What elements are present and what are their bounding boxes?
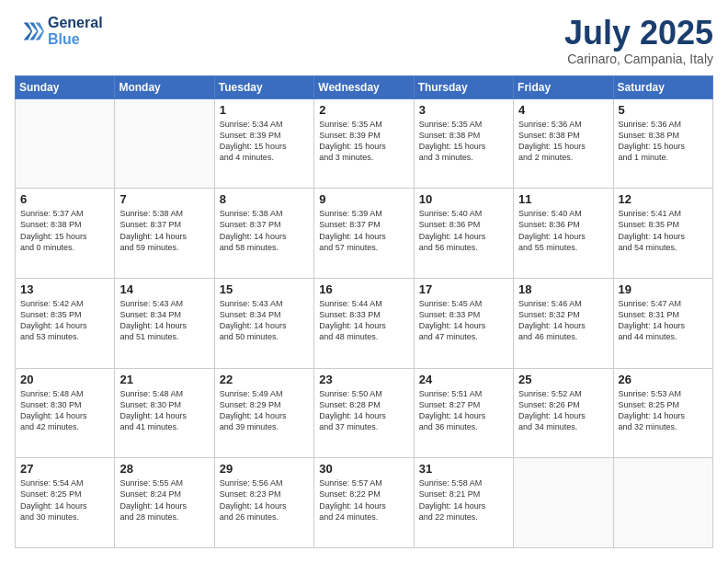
location: Carinaro, Campania, Italy bbox=[564, 52, 713, 66]
table-row: 11Sunrise: 5:40 AM Sunset: 8:36 PM Dayli… bbox=[514, 189, 613, 279]
day-info: Sunrise: 5:51 AM Sunset: 8:27 PM Dayligh… bbox=[419, 388, 508, 433]
day-number: 15 bbox=[220, 282, 309, 296]
col-thursday: Thursday bbox=[414, 75, 513, 98]
day-info: Sunrise: 5:50 AM Sunset: 8:28 PM Dayligh… bbox=[319, 388, 408, 433]
day-info: Sunrise: 5:38 AM Sunset: 8:37 PM Dayligh… bbox=[220, 208, 309, 253]
col-wednesday: Wednesday bbox=[314, 75, 414, 98]
logo-icon bbox=[15, 17, 44, 46]
table-row: 26Sunrise: 5:53 AM Sunset: 8:25 PM Dayli… bbox=[613, 368, 712, 458]
table-row: 6Sunrise: 5:37 AM Sunset: 8:38 PM Daylig… bbox=[16, 189, 115, 279]
day-number: 1 bbox=[220, 103, 309, 117]
calendar-week-row: 27Sunrise: 5:54 AM Sunset: 8:25 PM Dayli… bbox=[16, 458, 713, 548]
day-info: Sunrise: 5:43 AM Sunset: 8:34 PM Dayligh… bbox=[119, 298, 209, 343]
day-info: Sunrise: 5:49 AM Sunset: 8:29 PM Dayligh… bbox=[220, 388, 309, 433]
day-number: 13 bbox=[20, 282, 109, 296]
calendar-week-row: 13Sunrise: 5:42 AM Sunset: 8:35 PM Dayli… bbox=[16, 278, 713, 368]
table-row: 24Sunrise: 5:51 AM Sunset: 8:27 PM Dayli… bbox=[414, 368, 513, 458]
day-number: 12 bbox=[619, 192, 708, 206]
header: General Blue July 2025 Carinaro, Campani… bbox=[15, 15, 713, 66]
logo: General Blue bbox=[15, 15, 103, 48]
table-row: 22Sunrise: 5:49 AM Sunset: 8:29 PM Dayli… bbox=[214, 368, 313, 458]
day-info: Sunrise: 5:35 AM Sunset: 8:38 PM Dayligh… bbox=[419, 119, 508, 164]
day-number: 4 bbox=[518, 103, 608, 117]
day-number: 22 bbox=[220, 373, 309, 386]
day-number: 11 bbox=[518, 192, 608, 206]
table-row: 25Sunrise: 5:52 AM Sunset: 8:26 PM Dayli… bbox=[514, 368, 613, 458]
title-section: July 2025 Carinaro, Campania, Italy bbox=[564, 15, 713, 66]
day-info: Sunrise: 5:43 AM Sunset: 8:34 PM Dayligh… bbox=[220, 298, 309, 343]
day-number: 27 bbox=[20, 462, 109, 476]
day-info: Sunrise: 5:38 AM Sunset: 8:37 PM Dayligh… bbox=[119, 208, 209, 253]
table-row: 7Sunrise: 5:38 AM Sunset: 8:37 PM Daylig… bbox=[115, 189, 214, 279]
col-monday: Monday bbox=[115, 75, 214, 98]
table-row bbox=[16, 98, 115, 189]
calendar-week-row: 1Sunrise: 5:34 AM Sunset: 8:39 PM Daylig… bbox=[16, 98, 713, 189]
day-info: Sunrise: 5:55 AM Sunset: 8:24 PM Dayligh… bbox=[119, 477, 209, 523]
table-row: 15Sunrise: 5:43 AM Sunset: 8:34 PM Dayli… bbox=[214, 278, 313, 368]
table-row: 23Sunrise: 5:50 AM Sunset: 8:28 PM Dayli… bbox=[314, 368, 414, 458]
table-row: 19Sunrise: 5:47 AM Sunset: 8:31 PM Dayli… bbox=[613, 278, 712, 368]
day-number: 10 bbox=[419, 192, 508, 206]
day-info: Sunrise: 5:39 AM Sunset: 8:37 PM Dayligh… bbox=[319, 208, 408, 253]
svg-marker-1 bbox=[29, 22, 39, 40]
day-info: Sunrise: 5:41 AM Sunset: 8:35 PM Dayligh… bbox=[619, 208, 708, 253]
day-number: 14 bbox=[119, 282, 209, 296]
table-row: 16Sunrise: 5:44 AM Sunset: 8:33 PM Dayli… bbox=[314, 278, 414, 368]
col-sunday: Sunday bbox=[16, 75, 115, 98]
table-row: 8Sunrise: 5:38 AM Sunset: 8:37 PM Daylig… bbox=[214, 189, 313, 279]
table-row: 9Sunrise: 5:39 AM Sunset: 8:37 PM Daylig… bbox=[314, 189, 414, 279]
day-info: Sunrise: 5:34 AM Sunset: 8:39 PM Dayligh… bbox=[220, 119, 309, 164]
table-row: 1Sunrise: 5:34 AM Sunset: 8:39 PM Daylig… bbox=[214, 98, 313, 189]
table-row: 30Sunrise: 5:57 AM Sunset: 8:22 PM Dayli… bbox=[314, 458, 414, 548]
day-number: 9 bbox=[319, 192, 408, 206]
table-row: 29Sunrise: 5:56 AM Sunset: 8:23 PM Dayli… bbox=[214, 458, 313, 548]
day-info: Sunrise: 5:47 AM Sunset: 8:31 PM Dayligh… bbox=[619, 298, 708, 343]
day-info: Sunrise: 5:46 AM Sunset: 8:32 PM Dayligh… bbox=[518, 298, 608, 343]
calendar-week-row: 20Sunrise: 5:48 AM Sunset: 8:30 PM Dayli… bbox=[16, 368, 713, 458]
day-number: 25 bbox=[518, 373, 608, 386]
day-info: Sunrise: 5:40 AM Sunset: 8:36 PM Dayligh… bbox=[419, 208, 508, 253]
table-row: 20Sunrise: 5:48 AM Sunset: 8:30 PM Dayli… bbox=[16, 368, 115, 458]
day-info: Sunrise: 5:58 AM Sunset: 8:21 PM Dayligh… bbox=[419, 477, 508, 523]
day-info: Sunrise: 5:40 AM Sunset: 8:36 PM Dayligh… bbox=[518, 208, 608, 253]
calendar-table: Sunday Monday Tuesday Wednesday Thursday… bbox=[15, 75, 713, 548]
day-number: 23 bbox=[319, 373, 408, 386]
col-tuesday: Tuesday bbox=[214, 75, 313, 98]
day-number: 7 bbox=[119, 192, 209, 206]
day-number: 18 bbox=[518, 282, 608, 296]
day-info: Sunrise: 5:48 AM Sunset: 8:30 PM Dayligh… bbox=[20, 388, 109, 433]
day-info: Sunrise: 5:57 AM Sunset: 8:22 PM Dayligh… bbox=[319, 477, 408, 523]
table-row bbox=[115, 98, 214, 189]
table-row: 14Sunrise: 5:43 AM Sunset: 8:34 PM Dayli… bbox=[115, 278, 214, 368]
table-row: 4Sunrise: 5:36 AM Sunset: 8:38 PM Daylig… bbox=[514, 98, 613, 189]
day-number: 28 bbox=[119, 462, 209, 476]
table-row: 21Sunrise: 5:48 AM Sunset: 8:30 PM Dayli… bbox=[115, 368, 214, 458]
day-number: 24 bbox=[419, 373, 508, 386]
day-number: 29 bbox=[220, 462, 309, 476]
day-number: 20 bbox=[20, 373, 109, 386]
col-friday: Friday bbox=[514, 75, 613, 98]
table-row: 10Sunrise: 5:40 AM Sunset: 8:36 PM Dayli… bbox=[414, 189, 513, 279]
day-number: 21 bbox=[119, 373, 209, 386]
logo-text: General Blue bbox=[48, 15, 103, 48]
day-info: Sunrise: 5:37 AM Sunset: 8:38 PM Dayligh… bbox=[20, 208, 109, 253]
svg-marker-0 bbox=[35, 22, 44, 40]
day-info: Sunrise: 5:48 AM Sunset: 8:30 PM Dayligh… bbox=[119, 388, 209, 433]
calendar-header-row: Sunday Monday Tuesday Wednesday Thursday… bbox=[16, 75, 713, 98]
day-number: 6 bbox=[20, 192, 109, 206]
table-row: 5Sunrise: 5:36 AM Sunset: 8:38 PM Daylig… bbox=[613, 98, 712, 189]
day-number: 19 bbox=[619, 282, 708, 296]
col-saturday: Saturday bbox=[613, 75, 712, 98]
day-info: Sunrise: 5:45 AM Sunset: 8:33 PM Dayligh… bbox=[419, 298, 508, 343]
day-info: Sunrise: 5:42 AM Sunset: 8:35 PM Dayligh… bbox=[20, 298, 109, 343]
day-number: 2 bbox=[319, 103, 408, 117]
day-info: Sunrise: 5:53 AM Sunset: 8:25 PM Dayligh… bbox=[619, 388, 708, 433]
day-number: 30 bbox=[319, 462, 408, 476]
table-row: 31Sunrise: 5:58 AM Sunset: 8:21 PM Dayli… bbox=[414, 458, 513, 548]
day-number: 8 bbox=[220, 192, 309, 206]
table-row: 12Sunrise: 5:41 AM Sunset: 8:35 PM Dayli… bbox=[613, 189, 712, 279]
day-info: Sunrise: 5:36 AM Sunset: 8:38 PM Dayligh… bbox=[518, 119, 608, 164]
day-info: Sunrise: 5:56 AM Sunset: 8:23 PM Dayligh… bbox=[220, 477, 309, 523]
table-row bbox=[514, 458, 613, 548]
table-row: 27Sunrise: 5:54 AM Sunset: 8:25 PM Dayli… bbox=[16, 458, 115, 548]
